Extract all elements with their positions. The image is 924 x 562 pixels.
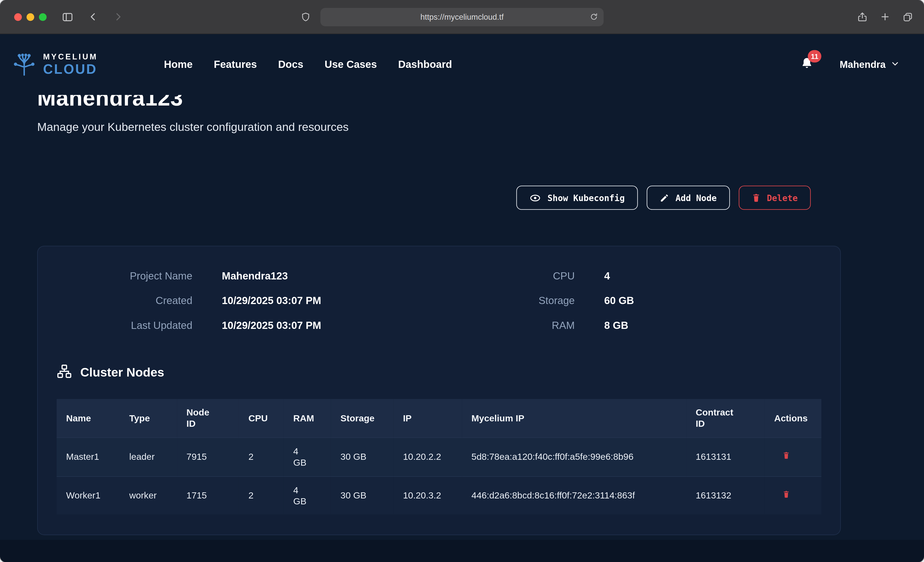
- col-header-ram: RAM: [284, 399, 331, 438]
- info-label: CPU: [439, 270, 575, 282]
- cell-mycelium-ip: 446:d2a6:8bcd:8c16:ff0f:72e2:3114:863f: [462, 476, 686, 515]
- mycelium-logo-icon: [10, 51, 38, 79]
- info-label: Storage: [439, 294, 575, 307]
- cell-node-id: 7915: [177, 438, 239, 476]
- nav-link-use-cases[interactable]: Use Cases: [325, 58, 377, 71]
- user-name: Mahendra: [840, 59, 885, 70]
- delete-cluster-button[interactable]: Delete: [739, 186, 811, 210]
- add-node-button[interactable]: Add Node: [646, 186, 730, 210]
- zoom-window-button[interactable]: [39, 13, 46, 21]
- user-menu[interactable]: Mahendra: [840, 59, 899, 70]
- cell-storage: 30 GB: [331, 438, 394, 476]
- cell-mycelium-ip: 5d8:78ea:a120:f40c:ff0f:a5fe:99e6:8b96: [462, 438, 686, 476]
- cell-cpu: 2: [239, 476, 284, 515]
- sitemap-icon: [57, 364, 72, 381]
- cluster-info-left: Project Name Mahendra123 Created 10/29/2…: [57, 270, 439, 332]
- eye-icon: [529, 192, 541, 204]
- table-header-row: Name Type Node ID CPU RAM Storage IP Myc…: [57, 399, 821, 438]
- cluster-nodes-title: Cluster Nodes: [80, 365, 164, 380]
- col-header-mycelium-ip: Mycelium IP: [462, 399, 686, 438]
- cell-name: Master1: [57, 438, 120, 476]
- cluster-info: Project Name Mahendra123 Created 10/29/2…: [57, 270, 821, 332]
- logo-line1: MYCELIUM: [43, 53, 98, 62]
- cluster-info-right: CPU 4 Storage 60 GB RAM 8 GB: [439, 270, 821, 332]
- notifications-button[interactable]: 11: [800, 57, 814, 72]
- share-icon[interactable]: [857, 11, 868, 22]
- traffic-lights: [14, 13, 46, 21]
- shield-icon[interactable]: [300, 12, 311, 22]
- cell-ram: 4 GB: [284, 438, 331, 476]
- notification-badge: 11: [808, 50, 821, 63]
- col-header-type: Type: [120, 399, 177, 438]
- info-value: Mahendra123: [222, 270, 439, 282]
- cluster-actions: Show Kubeconfig Add Node Delete: [37, 186, 811, 210]
- delete-node-button[interactable]: [783, 490, 790, 500]
- cluster-nodes-heading: Cluster Nodes: [57, 364, 821, 381]
- table-row: Worker1 worker 1715 2 4 GB 30 GB 10.20.3…: [57, 476, 821, 515]
- cell-node-id: 1715: [177, 476, 239, 515]
- nav-link-features[interactable]: Features: [214, 58, 257, 71]
- col-header-actions: Actions: [765, 399, 821, 438]
- delete-node-button[interactable]: [783, 451, 790, 462]
- info-value: 8 GB: [604, 320, 821, 332]
- info-value: 10/29/2025 03:07 PM: [222, 294, 439, 307]
- close-window-button[interactable]: [14, 13, 22, 21]
- show-kubeconfig-button[interactable]: Show Kubeconfig: [516, 186, 638, 210]
- col-header-contract-id: Contract ID: [686, 399, 765, 438]
- main-nav: Home Features Docs Use Cases Dashboard: [164, 58, 452, 71]
- col-header-cpu: CPU: [239, 399, 284, 438]
- cell-ip: 10.20.2.2: [394, 438, 462, 476]
- browser-toolbar: https://myceliumcloud.tf: [0, 0, 924, 34]
- table-row: Master1 leader 7915 2 4 GB 30 GB 10.20.2…: [57, 438, 821, 476]
- forward-icon[interactable]: [112, 12, 123, 22]
- cell-contract-id: 1613132: [686, 476, 765, 515]
- info-value: 60 GB: [604, 294, 821, 307]
- back-icon[interactable]: [88, 12, 99, 22]
- bell-icon: [800, 62, 814, 72]
- trash-icon: [783, 451, 790, 462]
- page-subtitle: Manage your Kubernetes cluster configura…: [37, 120, 924, 134]
- cell-ram: 4 GB: [284, 476, 331, 515]
- pencil-icon: [660, 193, 669, 203]
- trash-icon: [783, 490, 790, 500]
- info-value: 10/29/2025 03:07 PM: [222, 320, 439, 332]
- safari-window: https://myceliumcloud.tf: [0, 0, 924, 562]
- nav-link-docs[interactable]: Docs: [278, 58, 303, 71]
- logo-line2: CLOUD: [43, 61, 98, 76]
- url-bar[interactable]: https://myceliumcloud.tf: [320, 8, 603, 26]
- brand-logo[interactable]: MYCELIUM CLOUD: [10, 51, 98, 79]
- cell-contract-id: 1613131: [686, 438, 765, 476]
- cluster-panel: Project Name Mahendra123 Created 10/29/2…: [37, 246, 841, 535]
- site-header: MYCELIUM CLOUD Home Features Docs Use Ca…: [0, 34, 924, 95]
- col-header-storage: Storage: [331, 399, 394, 438]
- cell-cpu: 2: [239, 438, 284, 476]
- screenshot-stage: https://myceliumcloud.tf: [0, 0, 924, 562]
- trash-icon: [752, 193, 760, 203]
- page-title: Mahendra123: [37, 95, 924, 111]
- tab-overview-icon[interactable]: [902, 11, 914, 22]
- cell-type: leader: [120, 438, 177, 476]
- col-header-name: Name: [57, 399, 120, 438]
- chevron-down-icon: [891, 59, 899, 70]
- info-label: Project Name: [57, 270, 192, 282]
- new-tab-icon[interactable]: [880, 12, 890, 22]
- info-label: Last Updated: [57, 320, 192, 332]
- cell-actions: [765, 476, 821, 515]
- cluster-nodes-table: Name Type Node ID CPU RAM Storage IP Myc…: [57, 399, 821, 515]
- cell-storage: 30 GB: [331, 476, 394, 515]
- info-value: 4: [604, 270, 821, 282]
- cell-actions: [765, 438, 821, 476]
- url-text: https://myceliumcloud.tf: [420, 12, 504, 21]
- col-header-ip: IP: [394, 399, 462, 438]
- page-title-clip: Mahendra123: [37, 95, 924, 111]
- sidebar-toggle-icon[interactable]: [61, 10, 74, 23]
- cell-name: Worker1: [57, 476, 120, 515]
- nav-link-dashboard[interactable]: Dashboard: [398, 58, 452, 71]
- reload-icon[interactable]: [590, 12, 598, 21]
- minimize-window-button[interactable]: [27, 13, 34, 21]
- cell-ip: 10.20.3.2: [394, 476, 462, 515]
- info-label: RAM: [439, 320, 575, 332]
- nav-link-home[interactable]: Home: [164, 58, 193, 71]
- cell-type: worker: [120, 476, 177, 515]
- page-footer: [0, 540, 924, 562]
